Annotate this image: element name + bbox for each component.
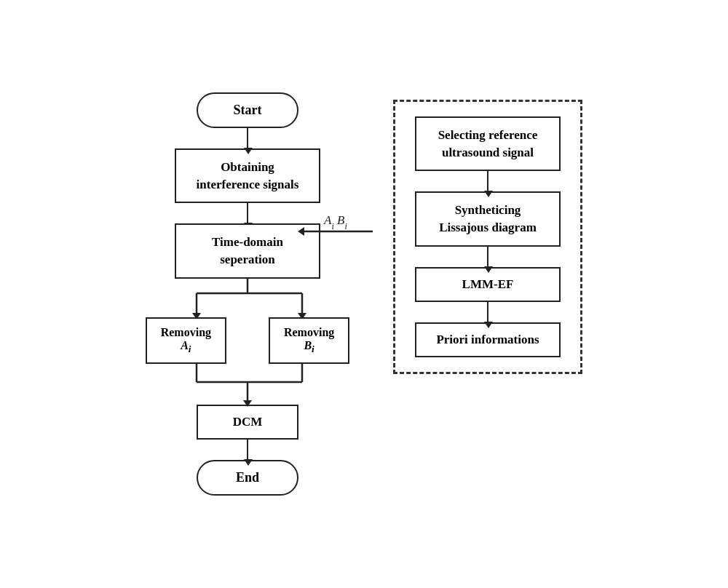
arrow-lissajous-to-lmm — [487, 247, 488, 267]
removing-a-var: Ai — [181, 339, 191, 351]
left-column: Start Obtaininginterference signals Time… — [146, 92, 349, 496]
removing-b-var: Bi — [304, 339, 314, 351]
timedomain-node: Time-domainseperation — [175, 223, 320, 279]
merge-svg — [160, 364, 335, 400]
arrow-obtaining-to-timedomain — [247, 203, 248, 223]
right-column: Selecting referenceultrasound signal Syn… — [393, 100, 582, 374]
obtaining-node: Obtaininginterference signals — [175, 148, 320, 204]
start-node: Start — [197, 92, 298, 128]
branch-b: Removing Bi — [269, 317, 349, 364]
removing-a-node: Removing Ai — [146, 317, 226, 364]
branch-row: Removing Ai Removing Bi — [146, 317, 349, 364]
removing-a-sub: i — [189, 343, 191, 354]
removing-b-node: Removing Bi — [269, 317, 349, 364]
dcm-node: DCM — [197, 405, 298, 440]
ref-signal-node: Selecting referenceultrasound signal — [415, 116, 561, 172]
priori-label: Priori informations — [436, 333, 539, 346]
arrow-lmm-to-priori — [487, 302, 488, 322]
lissajous-node: SyntheticingLissajous diagram — [415, 191, 561, 247]
dcm-label: DCM — [233, 415, 263, 429]
arrow-dcm-to-end — [247, 440, 248, 460]
branch-a: Removing Ai — [146, 317, 226, 364]
split-section — [160, 279, 335, 319]
arrow-start-to-obtaining — [247, 128, 248, 148]
removing-b-sub: i — [312, 343, 314, 354]
split-svg — [160, 279, 335, 319]
diagram-container: Start Obtaininginterference signals Time… — [131, 78, 597, 510]
merge-section — [160, 364, 335, 400]
arrow-ref-to-lissajous — [487, 171, 488, 191]
lmm-label: LMM-EF — [462, 277, 514, 291]
